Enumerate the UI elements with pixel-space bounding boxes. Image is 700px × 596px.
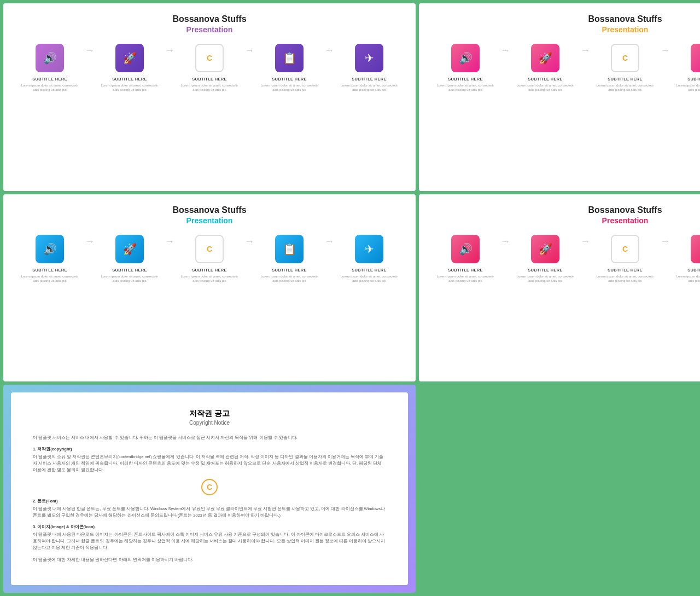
item-subtitle-3-2: SUBTITLE HERE <box>112 268 147 273</box>
slide3-title: Bossanova Stuffs <box>172 205 246 215</box>
slide4-title: Bossanova Stuffs <box>588 205 662 215</box>
item-text-3-1: Lorem ipsum dolor sit amet, consectetir … <box>20 274 80 283</box>
item-subtitle-1-1: SUBTITLE HERE <box>32 77 67 82</box>
item-text-2-1: Lorem ipsum dolor sit amet, consectetir … <box>435 83 495 92</box>
item-text-2-3: Lorem ipsum dolor sit amet, consectetir … <box>595 83 655 92</box>
arrow-3-1: → <box>80 235 100 247</box>
flow-item-3-3: C SUBTITLE HERE Lorem ipsum dolor sit am… <box>179 235 240 283</box>
item-text-1-3: Lorem ipsum dolor sit amet, consectetir … <box>179 83 240 92</box>
item-subtitle-3-4: SUBTITLE HERE <box>272 268 307 273</box>
copyright-title-kr: 저작권 공고 <box>33 409 386 419</box>
item-subtitle-2-3: SUBTITLE HERE <box>608 77 643 82</box>
flow-item-3-2: 🚀 SUBTITLE HERE Lorem ipsum dolor sit am… <box>100 235 160 283</box>
arrow-3: → <box>240 44 259 56</box>
icon-send-1: ✈ <box>355 44 383 72</box>
item-subtitle-3-1: SUBTITLE HERE <box>32 268 67 273</box>
slide2-title: Bossanova Stuffs <box>588 14 662 24</box>
item-text-4-3: Lorem ipsum dolor sit amet, consectetir … <box>595 274 655 283</box>
slide-2: Bossanova Stuffs Presentation 🔊 SUBTITLE… <box>419 3 700 191</box>
edu-logo: C <box>201 479 218 495</box>
arrow-3-2: → <box>160 235 179 247</box>
item-subtitle-3-5: SUBTITLE HERE <box>352 268 387 273</box>
icon-edu-2: C <box>611 44 639 72</box>
arrow-4-2: → <box>575 235 595 247</box>
slide4-subtitle: Presentation <box>602 216 649 225</box>
green-empty-panel <box>419 385 700 593</box>
item-text-1-2: Lorem ipsum dolor sit amet, consectetir … <box>100 83 160 92</box>
flow-item-4-1: 🔊 SUBTITLE HERE Lorem ipsum dolor sit am… <box>435 235 495 283</box>
icon-doc-3: 📋 <box>275 235 304 263</box>
icon-doc-1: 📋 <box>275 44 304 72</box>
item-text-4-4: Lorem ipsum dolor sit amet, consectetir … <box>675 274 700 283</box>
icon-speaker-1: 🔊 <box>36 44 64 72</box>
copyright-s3-text: 이 템플릿 내에 사용된 다운로드 이미지는 아이콘은, 폰트사이트 픽사베이 … <box>33 531 386 551</box>
item-text-1-5: Lorem ipsum dolor sit amet, consectetir … <box>339 83 399 92</box>
icon-speaker-4: 🔊 <box>451 235 480 263</box>
icon-rocket-1: 🚀 <box>115 44 144 72</box>
arrow-3-3: → <box>240 235 259 247</box>
item-text-3-3: Lorem ipsum dolor sit amet, consectetir … <box>179 274 240 283</box>
flow-item-2-2: 🚀 SUBTITLE HERE Lorem ipsum dolor sit am… <box>515 44 575 92</box>
arrow-3-4: → <box>319 235 339 247</box>
flow-item-1-5: ✈ SUBTITLE HERE Lorem ipsum dolor sit am… <box>339 44 399 92</box>
item-subtitle-2-2: SUBTITLE HERE <box>528 77 563 82</box>
icon-edu-3: C <box>195 235 224 263</box>
item-text-2-4: Lorem ipsum dolor sit amet, consectetir … <box>675 83 700 92</box>
flow-item-3-5: ✈ SUBTITLE HERE Lorem ipsum dolor sit am… <box>339 235 399 283</box>
flow-item-4-2: 🚀 SUBTITLE HERE Lorem ipsum dolor sit am… <box>515 235 575 283</box>
slide1-title: Bossanova Stuffs <box>172 14 246 24</box>
copyright-wrapper: 저작권 공고 Copyright Notice 이 템플릿 서비스는 서비스 내… <box>3 385 416 593</box>
flow-item-3-1: 🔊 SUBTITLE HERE Lorem ipsum dolor sit am… <box>20 235 80 283</box>
arrow-4: → <box>319 44 339 56</box>
item-text-4-2: Lorem ipsum dolor sit amet, consectetir … <box>515 274 575 283</box>
icon-speaker-3: 🔊 <box>36 235 64 263</box>
flow-3: 🔊 SUBTITLE HERE Lorem ipsum dolor sit am… <box>20 235 399 283</box>
flow-item-1-1: 🔊 SUBTITLE HERE Lorem ipsum dolor sit am… <box>20 44 80 92</box>
copyright-s3-title: 3. 이미지(Image) & 아이콘(Icon) <box>33 524 386 530</box>
icon-edu-4: C <box>611 235 639 263</box>
item-subtitle-1-4: SUBTITLE HERE <box>272 77 307 82</box>
flow-4: 🔊 SUBTITLE HERE Lorem ipsum dolor sit am… <box>435 235 700 283</box>
item-text-4-1: Lorem ipsum dolor sit amet, consectetir … <box>435 274 495 283</box>
icon-speaker-2: 🔊 <box>451 44 480 72</box>
copyright-intro: 이 템플릿 서비스는 서비스 내에서 사용할 수 있습니다. 귀하는 이 템플릿… <box>33 435 386 441</box>
arrow-2-1: → <box>495 44 515 56</box>
item-text-1-1: Lorem ipsum dolor sit amet, consectetir … <box>20 83 80 92</box>
slide1-subtitle: Presentation <box>186 25 233 34</box>
item-text-2-2: Lorem ipsum dolor sit amet, consectetir … <box>515 83 575 92</box>
item-text-1-4: Lorem ipsum dolor sit amet, consectetir … <box>259 83 319 92</box>
icon-rocket-3: 🚀 <box>115 235 144 263</box>
item-subtitle-1-5: SUBTITLE HERE <box>352 77 387 82</box>
flow-item-2-3: C SUBTITLE HERE Lorem ipsum dolor sit am… <box>595 44 655 92</box>
item-subtitle-2-1: SUBTITLE HERE <box>448 77 483 82</box>
flow-item-2-1: 🔊 SUBTITLE HERE Lorem ipsum dolor sit am… <box>435 44 495 92</box>
arrow-4-1: → <box>495 235 515 247</box>
arrow-1: → <box>80 44 100 56</box>
icon-rocket-2: 🚀 <box>531 44 559 72</box>
item-subtitle-4-3: SUBTITLE HERE <box>608 268 643 273</box>
item-subtitle-4-4: SUBTITLE HERE <box>687 268 700 273</box>
flow-item-1-2: 🚀 SUBTITLE HERE Lorem ipsum dolor sit am… <box>100 44 160 92</box>
item-subtitle-1-2: SUBTITLE HERE <box>112 77 147 82</box>
copyright-title-en: Copyright Notice <box>33 420 386 426</box>
icon-rocket-4: 🚀 <box>531 235 559 263</box>
slide2-subtitle: Presentation <box>602 25 649 34</box>
copyright-s1-title: 1. 저작권(copyright) <box>33 447 386 452</box>
item-subtitle-4-2: SUBTITLE HERE <box>528 268 563 273</box>
flow-item-1-3: C SUBTITLE HERE Lorem ipsum dolor sit am… <box>179 44 240 92</box>
item-text-3-2: Lorem ipsum dolor sit amet, consectetir … <box>100 274 160 283</box>
copyright-outro: 이 템플릿에 대한 자세한 내용을 원하신다면 아래의 연락처를 이용하시기 바… <box>33 557 386 563</box>
flow-item-2-4: 📋 SUBTITLE HERE Lorem ipsum dolor sit am… <box>675 44 700 92</box>
icon-doc-2: 📋 <box>691 44 700 72</box>
copyright-s2-title: 2. 폰트(Font) <box>33 499 386 504</box>
icon-doc-4: 📋 <box>691 235 700 263</box>
slide-4: Bossanova Stuffs Presentation 🔊 SUBTITLE… <box>419 194 700 382</box>
slide-3: Bossanova Stuffs Presentation 🔊 SUBTITLE… <box>3 194 416 382</box>
item-subtitle-3-3: SUBTITLE HERE <box>192 268 227 273</box>
copyright-s2-text: 이 템플릿 내에 사용된 한글 폰트는, 무료 폰트를 사용합니다. Windo… <box>33 506 386 519</box>
slide3-subtitle: Presentation <box>186 216 233 225</box>
item-subtitle-1-3: SUBTITLE HERE <box>192 77 227 82</box>
flow-2: 🔊 SUBTITLE HERE Lorem ipsum dolor sit am… <box>435 44 700 92</box>
arrow-4-3: → <box>655 235 675 247</box>
flow-1: 🔊 SUBTITLE HERE Lorem ipsum dolor sit am… <box>20 44 399 92</box>
